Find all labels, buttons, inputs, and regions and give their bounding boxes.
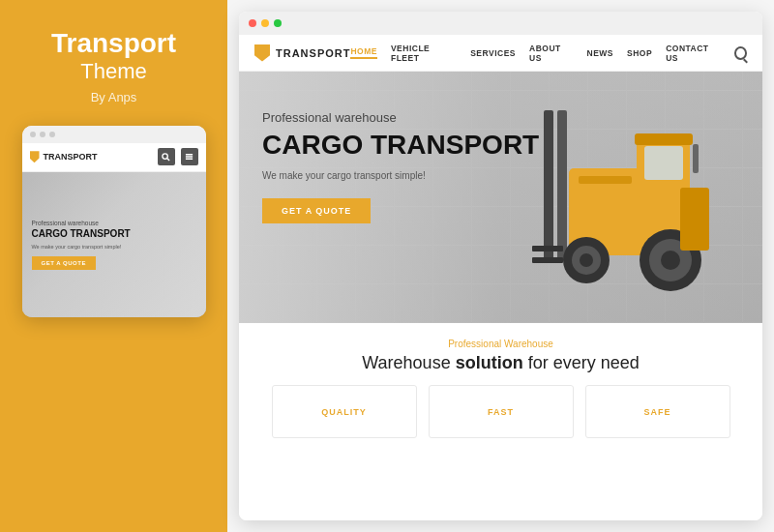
nav-services[interactable]: SERVICES <box>470 48 516 58</box>
svg-rect-12 <box>532 257 563 263</box>
svg-rect-20 <box>579 176 632 184</box>
svg-point-0 <box>163 154 167 159</box>
section-title-end: for every need <box>523 353 640 372</box>
mobile-dot-2 <box>40 132 45 137</box>
svg-rect-10 <box>544 110 553 260</box>
mobile-nav: TRANSPORT <box>22 143 206 172</box>
bottom-section: Professional Warehouse Warehouse solutio… <box>239 323 762 520</box>
mobile-brand: TRANSPORT <box>30 151 98 163</box>
search-icon[interactable] <box>734 46 747 60</box>
section-pre-label: Professional Warehouse <box>448 339 553 349</box>
svg-rect-8 <box>635 133 693 145</box>
svg-point-18 <box>580 253 593 267</box>
svg-rect-9 <box>557 110 567 260</box>
browser-dot-minimize[interactable] <box>261 19 269 27</box>
nav-shop[interactable]: SHOP <box>627 48 652 58</box>
forklift-svg <box>530 91 743 323</box>
mobile-menu-icon[interactable] <box>181 148 198 165</box>
browser-menu: HOME VEHICLE FLEET SERVICES ABOUT US NEW… <box>350 44 747 63</box>
hero-cta-button[interactable]: GET A QUOTE <box>262 198 371 223</box>
svg-point-15 <box>661 251 680 270</box>
mobile-mockup: TRANSPORT Professional warehouse CARGO T… <box>22 126 206 317</box>
mobile-cta-button[interactable]: GET A QUOTE <box>32 256 96 270</box>
theme-title: Transport <box>51 29 176 59</box>
svg-rect-21 <box>693 144 699 173</box>
mobile-dot-3 <box>49 132 55 137</box>
svg-line-1 <box>167 159 169 161</box>
nav-home[interactable]: HOME <box>350 46 377 59</box>
section-title-start: Warehouse <box>362 353 455 372</box>
mobile-nav-icons <box>158 148 198 165</box>
mobile-hero-sub: We make your cargo transport simple! <box>32 244 196 250</box>
card-quality: QUALITY <box>272 385 417 438</box>
mobile-search-icon[interactable] <box>158 148 175 165</box>
svg-rect-11 <box>532 246 563 251</box>
nav-about-us[interactable]: ABOUT US <box>529 44 573 63</box>
hero-section: Professional warehouse CARGO TRANSPORT W… <box>239 72 762 323</box>
nav-contact-us[interactable]: CONTACT US <box>666 44 720 63</box>
theme-subtitle: Theme <box>51 59 176 84</box>
card-fast-label: FAST <box>488 407 514 417</box>
cards-row: QUALITY FAST SAFE <box>254 385 747 438</box>
mobile-dot-1 <box>30 132 36 137</box>
browser-dot-close[interactable] <box>249 19 256 27</box>
theme-author: By Anps <box>51 90 176 104</box>
mobile-hero-content: Professional warehouse CARGO TRANSPORT W… <box>32 220 196 270</box>
browser-brand-label: TRANSPORT <box>276 47 350 59</box>
browser-window: TRANSPORT HOME VEHICLE FLEET SERVICES AB… <box>239 12 762 520</box>
card-safe: SAFE <box>585 385 730 438</box>
mobile-hero-title: CARGO TRANSPORT <box>32 228 196 240</box>
forklift-illustration <box>530 91 743 323</box>
mobile-hero: Professional warehouse CARGO TRANSPORT W… <box>22 172 206 317</box>
svg-rect-7 <box>644 146 683 180</box>
mobile-hero-pre: Professional warehouse <box>32 220 196 226</box>
browser-dot-maximize[interactable] <box>274 19 282 27</box>
brand-flag-icon <box>254 44 270 62</box>
card-quality-label: QUALITY <box>321 407 367 417</box>
card-fast: FAST <box>429 385 574 438</box>
left-panel: Transport Theme By Anps TRANSPORT <box>0 0 227 532</box>
card-safe-label: SAFE <box>643 407 670 417</box>
nav-vehicle-fleet[interactable]: VEHICLE FLEET <box>391 44 457 63</box>
right-panel: TRANSPORT HOME VEHICLE FLEET SERVICES AB… <box>227 0 774 532</box>
nav-news[interactable]: NEWS <box>587 48 614 58</box>
browser-nav: TRANSPORT HOME VEHICLE FLEET SERVICES AB… <box>239 35 762 72</box>
section-title: Warehouse solution for every need <box>362 353 639 373</box>
theme-title-block: Transport Theme By Anps <box>51 29 176 104</box>
section-title-bold: solution <box>456 353 523 372</box>
browser-topbar <box>239 12 762 35</box>
browser-brand: TRANSPORT <box>254 44 350 62</box>
mobile-topbar <box>22 126 206 143</box>
svg-rect-19 <box>680 188 709 251</box>
mobile-flag-icon <box>30 151 40 163</box>
